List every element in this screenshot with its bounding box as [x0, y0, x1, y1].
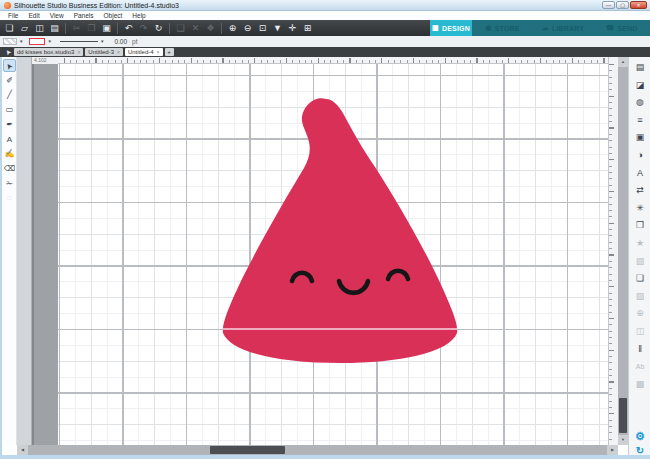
- trace-icon[interactable]: ▣: [633, 131, 647, 144]
- select-arrow-icon: ➤: [2, 48, 14, 57]
- tab-library-label: LIBRARY: [552, 25, 584, 32]
- sketch-tool-icon: ✍: [5, 149, 15, 158]
- menu-file[interactable]: File: [3, 12, 23, 19]
- paste-icon[interactable]: ▣: [99, 21, 114, 35]
- transform-icon[interactable]: ⇄: [633, 184, 647, 197]
- vertical-scroll-thumb[interactable]: [619, 398, 627, 433]
- print-icon[interactable]: ▤: [47, 21, 62, 35]
- point-edit-tool[interactable]: ✐: [3, 74, 16, 87]
- close-button[interactable]: ✕: [630, 1, 647, 9]
- tab-design[interactable]: ▦DESIGN: [430, 20, 472, 36]
- line-dropdown-caret[interactable]: ▼: [47, 39, 51, 44]
- qr-code-icon[interactable]: ▩: [633, 378, 647, 391]
- scroll-right-button[interactable]: ▶: [607, 445, 618, 455]
- glyph-text-icon[interactable]: Ab: [633, 360, 647, 373]
- scroll-up-button[interactable]: ▲: [618, 57, 628, 67]
- horizontal-scroll-thumb[interactable]: [210, 446, 285, 454]
- offset-icon[interactable]: ✳: [633, 202, 647, 215]
- new-tab-button[interactable]: +: [165, 48, 174, 56]
- fill-color-icon[interactable]: ◍: [633, 96, 647, 109]
- document-tab[interactable]: Untitled-4×: [125, 48, 163, 56]
- deselect-all-icon: ❖: [203, 21, 218, 35]
- kiss-shape[interactable]: [223, 98, 457, 363]
- eraser-tool[interactable]: ⌫: [3, 162, 16, 175]
- modify-icon[interactable]: ◑: [633, 149, 647, 162]
- sketch-tool[interactable]: ✍: [3, 147, 16, 160]
- tab-send-label: SEND: [617, 25, 637, 32]
- rectangle-tool[interactable]: ▭: [3, 103, 16, 116]
- settings-gear-icon[interactable]: ⚙: [629, 430, 650, 443]
- tab-close-icon[interactable]: ×: [157, 48, 160, 56]
- drag-zoom-icon[interactable]: ⊡: [255, 21, 270, 35]
- zoom-in-icon[interactable]: ⊕: [225, 21, 240, 35]
- title-bar: Silhouette Studio Business Edition: Unti…: [0, 0, 650, 11]
- document-tab-label: Untitled-4: [128, 48, 154, 56]
- sphere-icon[interactable]: ⊕: [633, 307, 647, 320]
- undo-icon[interactable]: ↶: [121, 21, 136, 35]
- tab-store[interactable]: ◉STORE: [472, 20, 533, 36]
- vertical-scrollbar[interactable]: ▲ ▼: [618, 57, 628, 445]
- line-tool[interactable]: ╱: [3, 88, 16, 101]
- draw-tool[interactable]: ✒: [3, 118, 16, 131]
- window-title: Silhouette Studio Business Edition: Unti…: [14, 2, 179, 9]
- horizontal-scrollbar[interactable]: ◀ ▶: [17, 445, 618, 455]
- menu-edit[interactable]: Edit: [23, 12, 44, 19]
- maximize-button[interactable]: ▢: [616, 1, 629, 9]
- save-icon[interactable]: ◫: [32, 21, 47, 35]
- line-style-preview[interactable]: [60, 41, 98, 43]
- line-thickness-value[interactable]: 0.00: [114, 38, 127, 45]
- tab-close-icon[interactable]: ×: [77, 48, 80, 56]
- scroll-down-button[interactable]: ▼: [618, 435, 628, 445]
- page-setup-icon[interactable]: ▤: [633, 61, 647, 74]
- document-tab-label: dd kisses box.studio3: [17, 48, 74, 56]
- image-effects-icon[interactable]: ◪: [633, 79, 647, 92]
- line-color-swatch[interactable]: [29, 38, 45, 45]
- menu-panels[interactable]: Panels: [69, 12, 99, 19]
- open-file-icon[interactable]: ▱: [17, 21, 32, 35]
- stamp-tool[interactable]: ◌: [3, 191, 16, 204]
- fit-to-page-icon[interactable]: ⊞: [300, 21, 315, 35]
- pan-tool-icon[interactable]: ✛: [285, 21, 300, 35]
- vertical-ruler: [608, 57, 618, 445]
- tab-send[interactable]: ☎SEND: [593, 20, 650, 36]
- select-tool-icon: ➤: [2, 60, 16, 73]
- pixscan-icon[interactable]: ▧: [633, 255, 647, 268]
- toolbar-separator: [221, 23, 222, 34]
- text-tool[interactable]: A: [3, 133, 16, 146]
- silhouette-studio-window: Silhouette Studio Business Edition: Unti…: [0, 0, 650, 459]
- select-tool[interactable]: ➤: [3, 59, 16, 72]
- new-document-icon[interactable]: ❏: [2, 21, 17, 35]
- replicate-icon[interactable]: ❐: [633, 219, 647, 232]
- outside-page-area: [32, 64, 58, 445]
- app-logo-icon: [4, 2, 11, 9]
- fill-color-swatch[interactable]: [3, 38, 17, 45]
- ruler-readout: 4.102: [32, 57, 58, 64]
- menu-help[interactable]: Help: [127, 12, 150, 19]
- barcode-icon[interactable]: ‖: [633, 343, 647, 356]
- minimize-button[interactable]: —: [602, 1, 615, 9]
- knife-tool-icon: ✁: [6, 179, 13, 188]
- revert-icon[interactable]: ↻: [151, 21, 166, 35]
- effects-icon[interactable]: ★: [633, 237, 647, 250]
- document-tab[interactable]: dd kisses box.studio3×: [14, 48, 83, 56]
- panel-gap-strip: [17, 57, 32, 445]
- tab-close-icon[interactable]: ×: [117, 48, 120, 56]
- zoom-out-icon[interactable]: ⊖: [240, 21, 255, 35]
- zoom-selection-icon[interactable]: ▼: [270, 21, 285, 35]
- document-tab[interactable]: Untitled-3×: [85, 48, 123, 56]
- line-style-icon[interactable]: ≡: [633, 114, 647, 127]
- knife-tool[interactable]: ✁: [3, 177, 16, 190]
- toolbar-separator: [117, 23, 118, 34]
- fill-dropdown-caret[interactable]: ▼: [19, 39, 23, 44]
- text-style-icon[interactable]: A: [633, 167, 647, 180]
- tab-library[interactable]: ☁LIBRARY: [533, 20, 593, 36]
- phone-icon: ☎: [605, 24, 614, 32]
- distort-icon[interactable]: ▨: [633, 290, 647, 303]
- box-3d-icon[interactable]: ◫: [633, 325, 647, 338]
- line-style-caret[interactable]: ▼: [100, 39, 104, 44]
- shadow-icon[interactable]: ❏: [633, 272, 647, 285]
- grid-icon: ▦: [432, 24, 439, 32]
- menu-object[interactable]: Object: [99, 12, 128, 19]
- scroll-left-button[interactable]: ◀: [17, 445, 28, 455]
- menu-view[interactable]: View: [45, 12, 69, 19]
